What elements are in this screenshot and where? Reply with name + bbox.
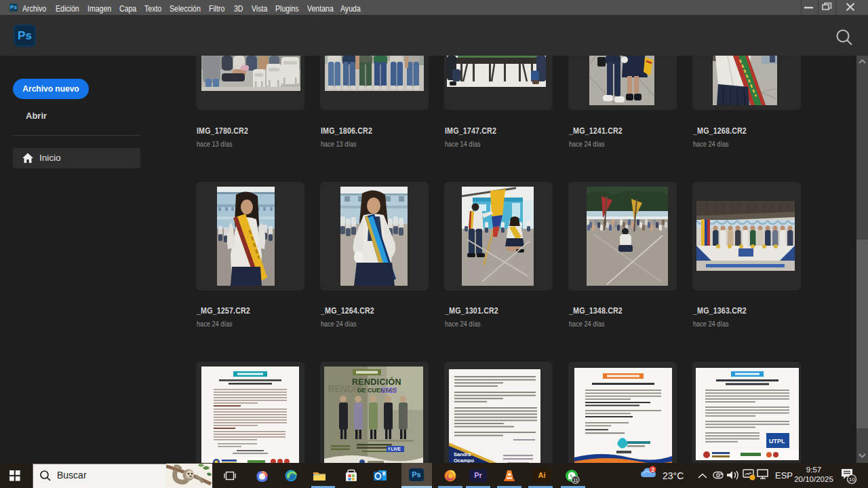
svg-text:10: 10: [849, 476, 855, 483]
svg-text:11: 11: [573, 478, 578, 483]
svg-text:2: 2: [651, 466, 654, 473]
